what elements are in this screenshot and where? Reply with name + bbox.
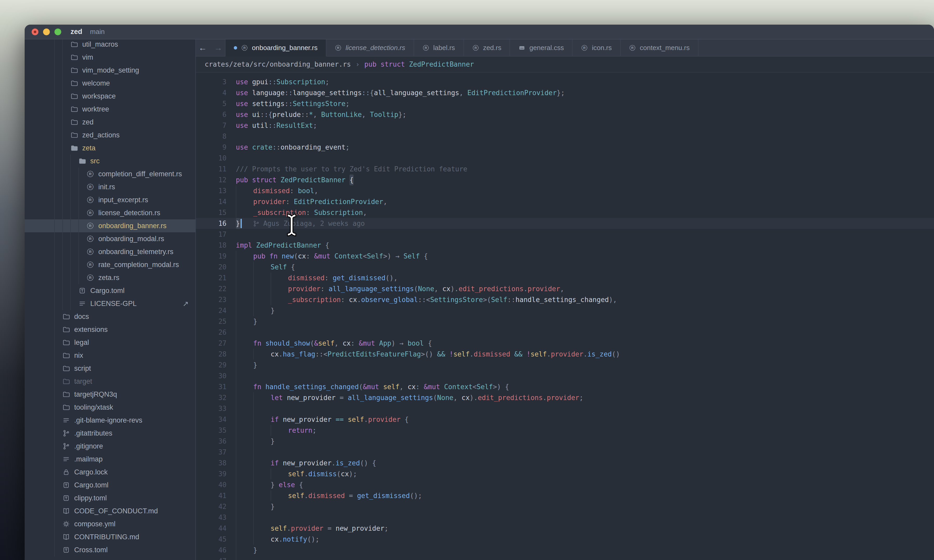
line-number[interactable]: 20: [196, 262, 236, 272]
line-number[interactable]: 45: [196, 534, 236, 545]
title-bar[interactable]: zed main: [25, 25, 934, 39]
line-number[interactable]: 4: [196, 88, 236, 98]
line-number[interactable]: 16: [196, 218, 236, 229]
code-line-4[interactable]: 4use language::language_settings::{all_l…: [196, 88, 934, 98]
line-number[interactable]: 21: [196, 272, 236, 283]
line-number[interactable]: 44: [196, 523, 236, 534]
line-number[interactable]: 3: [196, 77, 236, 88]
line-number[interactable]: 33: [196, 403, 236, 414]
code-line-5[interactable]: 5use settings::SettingsStore;: [196, 98, 934, 109]
line-number[interactable]: 35: [196, 425, 236, 436]
line-number[interactable]: 19: [196, 251, 236, 262]
sidebar-item-util-macros[interactable]: util_macros: [25, 39, 195, 51]
line-number[interactable]: 40: [196, 479, 236, 490]
code-line-17[interactable]: 17: [196, 229, 934, 240]
line-number[interactable]: 10: [196, 153, 236, 164]
tab-onboarding-banner-rs[interactable]: Ronboarding_banner.rs: [225, 39, 327, 57]
code-line-13[interactable]: 13dismissed: bool,: [196, 185, 934, 196]
line-number[interactable]: 18: [196, 240, 236, 251]
code-line-43[interactable]: 43: [196, 512, 934, 523]
forward-arrow-icon[interactable]: →: [214, 43, 222, 52]
breadcrumb[interactable]: crates/zeta/src/onboarding_banner.rs › p…: [196, 57, 934, 72]
code-line-23[interactable]: 23_subscription: cx.observe_global::<Set…: [196, 294, 934, 305]
code-line-24[interactable]: 24}: [196, 305, 934, 316]
sidebar-item-zeta-rs[interactable]: Rzeta.rs: [25, 271, 195, 284]
sidebar-item-src[interactable]: src: [25, 154, 195, 168]
sidebar-item-license-detection-rs[interactable]: Rlicense_detection.rs: [25, 206, 195, 219]
sidebar-item-onboarding-telemetry-rs[interactable]: Ronboarding_telemetry.rs: [25, 245, 195, 258]
sidebar-item-code-of-conduct-md[interactable]: CODE_OF_CONDUCT.md: [25, 505, 195, 517]
git-branch-label[interactable]: main: [90, 28, 105, 36]
sidebar-item-welcome[interactable]: welcome: [25, 77, 195, 90]
line-number[interactable]: 23: [196, 294, 236, 305]
line-number[interactable]: 26: [196, 327, 236, 338]
sidebar-item-vim-mode-setting[interactable]: vim_mode_setting: [25, 64, 195, 77]
code-line-15[interactable]: 15_subscription: Subscription,: [196, 207, 934, 218]
line-number[interactable]: 8: [196, 131, 236, 142]
code-line-3[interactable]: 3use gpui::Subscription;: [196, 77, 934, 88]
sidebar-item-clippy-toml[interactable]: clippy.toml: [25, 492, 195, 505]
line-number[interactable]: 24: [196, 305, 236, 316]
line-number[interactable]: 17: [196, 229, 236, 240]
back-arrow-icon[interactable]: ←: [199, 43, 207, 52]
code-line-30[interactable]: 30: [196, 371, 934, 382]
line-number[interactable]: 22: [196, 283, 236, 294]
sidebar-item-target[interactable]: target: [25, 375, 195, 388]
sidebar-item-extensions[interactable]: extensions: [25, 323, 195, 336]
sidebar-item-completion-diff-element-rs[interactable]: Rcompletion_diff_element.rs: [25, 168, 195, 180]
line-number[interactable]: 37: [196, 447, 236, 458]
line-number[interactable]: 11: [196, 164, 236, 174]
code-line-47[interactable]: 47: [196, 555, 934, 560]
line-number[interactable]: 13: [196, 185, 236, 196]
sidebar-item-vim[interactable]: vim: [25, 51, 195, 64]
line-number[interactable]: 42: [196, 501, 236, 512]
code-line-8[interactable]: 8: [196, 131, 934, 142]
code-line-38[interactable]: 38if new_provider.is_zed() {: [196, 458, 934, 468]
sidebar-item-targetjrqn3q[interactable]: targetjRQN3q: [25, 388, 195, 401]
sidebar-item-workspace[interactable]: workspace: [25, 90, 195, 103]
code-line-46[interactable]: 46}: [196, 545, 934, 555]
sidebar-item-git-blame-ignore-revs[interactable]: .git-blame-ignore-revs: [25, 414, 195, 427]
zoom-button[interactable]: [54, 29, 61, 35]
code-line-34[interactable]: 34if new_provider == self.provider {: [196, 414, 934, 425]
code-line-9[interactable]: 9use crate::onboarding_event;: [196, 142, 934, 153]
code-editor[interactable]: 3use gpui::Subscription;4use language::l…: [196, 72, 934, 560]
minimize-button[interactable]: [43, 29, 50, 35]
sidebar-item-gitignore[interactable]: .gitignore: [25, 440, 195, 453]
sidebar-item-rate-completion-modal-rs[interactable]: Rrate_completion_modal.rs: [25, 258, 195, 271]
line-number[interactable]: 28: [196, 349, 236, 360]
line-number[interactable]: 39: [196, 468, 236, 479]
line-number[interactable]: 41: [196, 490, 236, 501]
breadcrumb-symbol[interactable]: pub struct ZedPredictBanner: [364, 60, 474, 68]
breadcrumb-path[interactable]: crates/zeta/src/onboarding_banner.rs: [205, 60, 351, 68]
line-number[interactable]: 12: [196, 174, 236, 185]
line-number[interactable]: 31: [196, 382, 236, 392]
code-line-27[interactable]: 27fn should_show(&self, cx: &mut App) → …: [196, 338, 934, 349]
sidebar-item-license-gpl[interactable]: LICENSE-GPL↗: [25, 297, 195, 310]
line-number[interactable]: 34: [196, 414, 236, 425]
code-line-36[interactable]: 36}: [196, 436, 934, 447]
sidebar-item-nix[interactable]: nix: [25, 349, 195, 362]
line-number[interactable]: 15: [196, 207, 236, 218]
sidebar-item-docs[interactable]: docs: [25, 310, 195, 323]
sidebar-item-cargo-lock[interactable]: Cargo.lock: [25, 466, 195, 478]
line-number[interactable]: 7: [196, 120, 236, 131]
code-line-28[interactable]: 28cx.has_flag::<PredictEditsFeatureFlag>…: [196, 349, 934, 360]
line-number[interactable]: 27: [196, 338, 236, 349]
line-number[interactable]: 32: [196, 392, 236, 403]
sidebar-item-onboarding-modal-rs[interactable]: Ronboarding_modal.rs: [25, 232, 195, 245]
line-number[interactable]: 38: [196, 458, 236, 468]
line-number[interactable]: 29: [196, 360, 236, 371]
sidebar-item-cross-toml[interactable]: Cross.toml: [25, 543, 195, 556]
code-line-42[interactable]: 42}: [196, 501, 934, 512]
code-line-19[interactable]: 19pub fn new(cx: &mut Context<Self>) → S…: [196, 251, 934, 262]
line-number[interactable]: 30: [196, 371, 236, 382]
sidebar-item-init-rs[interactable]: Rinit.rs: [25, 180, 195, 194]
code-line-35[interactable]: 35return;: [196, 425, 934, 436]
tab-context-menu-rs[interactable]: Rcontext_menu.rs: [621, 39, 698, 57]
sidebar-item-script[interactable]: script: [25, 362, 195, 375]
line-number[interactable]: 5: [196, 98, 236, 109]
code-line-39[interactable]: 39self.dismiss(cx);: [196, 468, 934, 479]
sidebar-item-cargo-toml[interactable]: Cargo.toml: [25, 478, 195, 492]
sidebar-item-cargo-toml[interactable]: Cargo.toml: [25, 284, 195, 297]
